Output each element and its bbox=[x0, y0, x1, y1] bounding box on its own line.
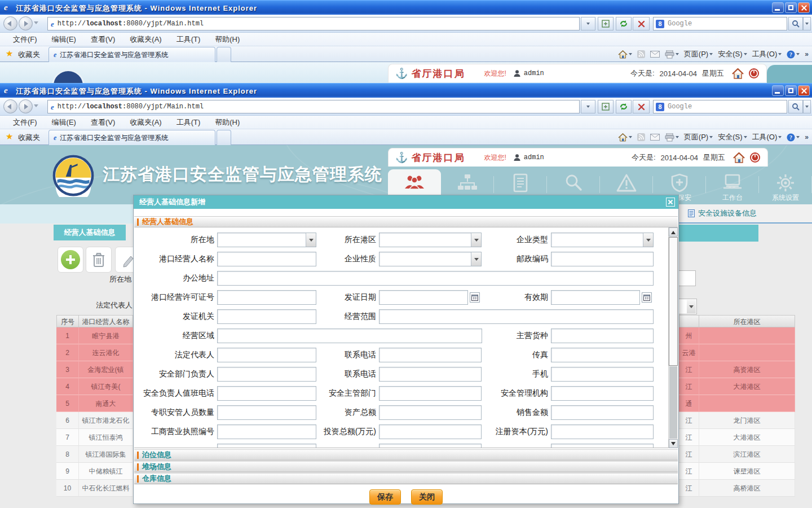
power-icon[interactable] bbox=[748, 68, 760, 79]
minimize-button[interactable] bbox=[772, 85, 784, 96]
minimize-button[interactable] bbox=[772, 2, 784, 13]
table-row[interactable]: 8镇江港国际集 bbox=[56, 446, 133, 463]
home-icon[interactable] bbox=[732, 68, 744, 79]
new-tab-stub[interactable] bbox=[217, 47, 231, 62]
calendar-icon[interactable] bbox=[470, 292, 480, 303]
table-row[interactable]: 江大港港区 bbox=[679, 429, 795, 446]
scrollbar-track[interactable] bbox=[669, 366, 677, 439]
home-button[interactable] bbox=[618, 50, 632, 59]
nav-item-工作台[interactable]: 工作台 bbox=[706, 169, 759, 204]
input-法定代表人[interactable] bbox=[217, 348, 316, 362]
table-row[interactable]: 2连云港化 bbox=[56, 344, 133, 361]
close-button[interactable] bbox=[798, 2, 810, 13]
column-header[interactable]: 所在港区 bbox=[699, 315, 795, 327]
address-dropdown-button[interactable] bbox=[581, 17, 595, 30]
input-邮政编码[interactable] bbox=[551, 252, 654, 266]
calendar-icon[interactable] bbox=[642, 292, 652, 303]
table-row[interactable]: 江滨江港区 bbox=[679, 446, 795, 463]
safety-menu-button[interactable]: 安全(S) bbox=[718, 132, 747, 142]
input-发证日期[interactable] bbox=[379, 290, 468, 305]
input-专职安管人员数量[interactable] bbox=[217, 405, 316, 420]
accordion-header-泊位信息[interactable]: 泊位信息 bbox=[134, 449, 678, 461]
left-tab-title[interactable]: 经营人基础信息 bbox=[54, 225, 126, 240]
select-所在港区[interactable] bbox=[379, 233, 482, 247]
table-row[interactable]: 10中石化长江燃料 bbox=[56, 480, 133, 497]
form-scrollbar[interactable] bbox=[668, 227, 678, 448]
favorites-star-icon[interactable]: ★ bbox=[6, 132, 13, 142]
refresh-button[interactable] bbox=[616, 17, 632, 30]
stop-button[interactable] bbox=[633, 17, 650, 30]
menu-item[interactable]: 编辑(E) bbox=[45, 117, 83, 128]
help-button[interactable]: ? bbox=[787, 133, 800, 142]
scroll-up-button[interactable] bbox=[669, 227, 678, 237]
power-icon[interactable] bbox=[749, 152, 761, 163]
input-有效期[interactable] bbox=[551, 290, 640, 305]
table-row[interactable]: 9中储粮镇江 bbox=[56, 463, 133, 480]
search-dropdown-icon[interactable] bbox=[803, 100, 811, 113]
overflow-chevron-icon[interactable]: » bbox=[805, 50, 809, 58]
page-menu-button[interactable]: 页面(P) bbox=[684, 132, 713, 142]
table-row[interactable]: 6镇江市港龙石化 bbox=[56, 412, 133, 429]
select-企业类型[interactable] bbox=[551, 233, 654, 247]
new-tab-stub[interactable] bbox=[217, 130, 231, 145]
input-工商营业执照编号[interactable] bbox=[217, 424, 316, 439]
input-安全负责人值班电话[interactable] bbox=[217, 386, 316, 401]
bg-input-fragment[interactable] bbox=[679, 270, 696, 286]
dropdown-button[interactable] bbox=[471, 252, 481, 266]
scrollbar-thumb[interactable] bbox=[669, 237, 678, 366]
menu-item[interactable]: 编辑(E) bbox=[45, 34, 83, 45]
add-button[interactable] bbox=[58, 247, 83, 273]
address-input[interactable]: e http://localhost:8080/yjpt/Main.html bbox=[47, 17, 580, 30]
nav-item-系统设置[interactable]: 系统设置 bbox=[759, 169, 812, 204]
forward-button[interactable] bbox=[19, 16, 33, 30]
dropdown-button[interactable] bbox=[471, 233, 481, 247]
history-dropdown-icon[interactable] bbox=[34, 21, 38, 27]
menu-item[interactable]: 收藏夹(A) bbox=[122, 117, 169, 128]
accordion-header-堆场信息[interactable]: 堆场信息 bbox=[134, 461, 678, 472]
search-dropdown-icon[interactable] bbox=[803, 17, 811, 30]
input-港口经营人名称[interactable] bbox=[217, 252, 316, 266]
table-row[interactable]: 云港 bbox=[679, 344, 795, 361]
overflow-chevron-icon[interactable]: » bbox=[805, 133, 809, 141]
menu-item[interactable]: 查看(V) bbox=[83, 117, 122, 128]
right-menu-item[interactable]: 安全设施设备信息 bbox=[698, 208, 757, 218]
table-row[interactable]: 江高资港区 bbox=[679, 361, 795, 378]
input-港口经营许可证号[interactable] bbox=[217, 290, 316, 305]
close-button[interactable] bbox=[798, 85, 810, 96]
input-手机[interactable] bbox=[551, 367, 654, 382]
tools-menu-button[interactable]: 工具(O) bbox=[752, 132, 782, 142]
delete-button[interactable] bbox=[86, 247, 112, 273]
close-button[interactable]: 关闭 bbox=[411, 489, 443, 505]
table-row[interactable]: 通 bbox=[679, 395, 795, 412]
history-dropdown-icon[interactable] bbox=[34, 104, 38, 110]
table-row[interactable]: 江龙门港区 bbox=[679, 412, 795, 429]
table-row[interactable]: 5南通大 bbox=[56, 395, 133, 412]
back-button[interactable] bbox=[3, 99, 17, 113]
table-row[interactable]: 7镇江恒泰鸿 bbox=[56, 429, 133, 446]
search-input[interactable]: 8 Google bbox=[653, 17, 787, 30]
menu-item[interactable]: 查看(V) bbox=[83, 34, 122, 45]
input-安全部门负责人[interactable] bbox=[217, 367, 316, 382]
input-资产总额[interactable] bbox=[379, 405, 482, 420]
table-row[interactable]: 江谏壁港区 bbox=[679, 463, 795, 480]
feeds-button[interactable] bbox=[637, 50, 645, 58]
section-header[interactable]: 经营人基础信息 bbox=[134, 216, 678, 227]
table-row[interactable]: 江高桥港区 bbox=[679, 480, 795, 497]
input-安全管理机构[interactable] bbox=[551, 386, 654, 401]
dropdown-button[interactable] bbox=[643, 233, 653, 247]
search-button[interactable] bbox=[788, 100, 803, 113]
refresh-button[interactable] bbox=[616, 100, 632, 113]
favorites-star-icon[interactable]: ★ bbox=[6, 49, 13, 59]
mail-button[interactable] bbox=[650, 51, 660, 58]
menu-item[interactable]: 帮助(H) bbox=[208, 117, 247, 128]
print-button[interactable] bbox=[665, 50, 679, 59]
accordion-header-仓库信息[interactable]: 仓库信息 bbox=[134, 473, 678, 484]
input-field[interactable] bbox=[217, 444, 316, 448]
maximize-button[interactable] bbox=[785, 2, 797, 13]
address-dropdown-button[interactable] bbox=[581, 100, 595, 113]
input-主营货种[interactable] bbox=[551, 329, 654, 343]
search-button[interactable] bbox=[788, 17, 803, 30]
favorites-label[interactable]: 收藏夹 bbox=[18, 133, 40, 143]
input-办公地址[interactable] bbox=[217, 271, 654, 286]
forward-button[interactable] bbox=[19, 99, 33, 113]
